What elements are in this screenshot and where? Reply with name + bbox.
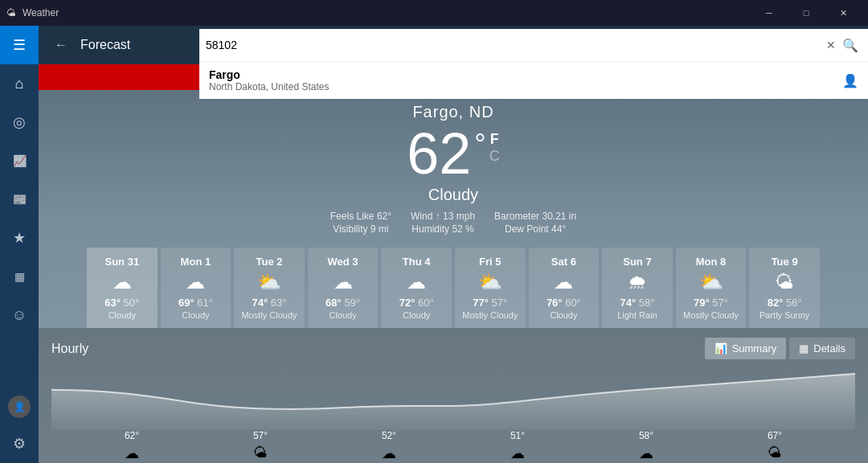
details-label: Details xyxy=(813,342,845,354)
unit-switch[interactable]: F C xyxy=(489,131,500,165)
forecast-day[interactable]: Fri 5 ⛅ 77° 57° Mostly Cloudy xyxy=(455,248,526,328)
sidebar-item-charts[interactable]: 📈 xyxy=(0,141,39,180)
humidity-label: Humidity 52 % xyxy=(411,223,475,235)
hourly-temp: 58° xyxy=(639,430,653,441)
forecast-day[interactable]: Thu 4 ☁ 72° 60° Cloudy xyxy=(381,248,452,328)
forecast-weather-icon: 🌧 xyxy=(608,271,666,293)
sidebar-item-news[interactable]: 📰 xyxy=(0,180,39,219)
forecast-condition: Light Rain xyxy=(608,310,666,320)
search-result-info: Fargo North Dakota, United States xyxy=(209,68,329,92)
search-result-item[interactable]: Fargo North Dakota, United States 👤 xyxy=(199,61,868,99)
forecast-weather-icon: ⛅ xyxy=(240,271,298,293)
forecast-temps: 74° 63° xyxy=(240,297,298,309)
sidebar-item-favorites[interactable]: ★ xyxy=(0,219,39,257)
details-button[interactable]: ▦ Details xyxy=(789,338,855,359)
search-box: ✕ 🔍 xyxy=(199,29,868,61)
avatar[interactable]: 👤 xyxy=(8,395,31,418)
hourly-header: Hourly 📊 Summary ▦ Details xyxy=(51,338,855,359)
weather-details: Feels Like 62° Visibility 9 mi Wind ↑ 13… xyxy=(39,211,868,235)
main-content: ← Forecast ☆ 📌 ••• ✕ 🔍 Fargo North Dakot… xyxy=(39,26,868,463)
forecast-day[interactable]: Sat 6 ☁ 76° 60° Cloudy xyxy=(529,248,600,328)
forecast-day[interactable]: Tue 9 🌤 82° 56° Partly Sunny xyxy=(749,248,820,328)
forecast-day-name: Tue 2 xyxy=(240,256,298,268)
wind-group: Wind ↑ 13 mph Humidity 52 % xyxy=(411,211,475,235)
forecast-condition: Mostly Cloudy xyxy=(682,310,740,320)
unit-f: F xyxy=(489,131,500,148)
forecast-weather-icon: ⛅ xyxy=(682,271,740,293)
settings-icon[interactable]: ⚙ xyxy=(0,424,39,463)
sidebar-item-emoji[interactable]: ☺ xyxy=(0,296,39,334)
forecast-day-name: Mon 1 xyxy=(167,256,225,268)
close-button[interactable]: ✕ xyxy=(825,0,862,26)
forecast-temps: 69° 61° xyxy=(167,297,225,309)
forecast-temps: 72° 60° xyxy=(387,297,445,309)
forecast-day-name: Thu 4 xyxy=(387,256,445,268)
forecast-day-name: Mon 8 xyxy=(682,256,740,268)
hourly-temp: 51° xyxy=(510,430,525,441)
forecast-temps: 63° 50° xyxy=(93,297,151,309)
hourly-weather-icon: ☁ xyxy=(639,445,653,462)
hourly-weather-icon: ☁ xyxy=(382,445,396,462)
temperature-row: 62 ° F C xyxy=(39,125,868,182)
forecast-day-name: Fri 5 xyxy=(461,256,519,268)
forecast-day-name: Wed 3 xyxy=(314,256,372,268)
hourly-title: Hourly xyxy=(51,342,88,356)
summary-chart-icon: 📊 xyxy=(714,342,727,354)
current-weather: Fargo, ND 62 ° F C Cloudy Feels Like 62°… xyxy=(39,90,868,241)
summary-button[interactable]: 📊 Summary xyxy=(705,338,787,359)
titlebar: 🌤 Weather ─ □ ✕ xyxy=(0,0,868,26)
forecast-condition: Mostly Cloudy xyxy=(461,310,519,320)
forecast-day[interactable]: Sun 7 🌧 74° 58° Light Rain xyxy=(602,248,673,328)
hourly-chart xyxy=(51,366,855,430)
forecast-temps: 74° 58° xyxy=(608,297,666,309)
sidebar-item-calendar[interactable]: ▦ xyxy=(0,257,39,296)
app-container: ☰ ⌂ ◎ 📈 📰 ★ ▦ ☺ 👤 ⚙ ← Forecast ☆ 📌 ••• xyxy=(0,26,868,463)
sidebar-menu-button[interactable]: ☰ xyxy=(0,26,39,64)
app-title: Weather xyxy=(23,7,59,18)
forecast-weather-icon: ☁ xyxy=(535,271,593,293)
hourly-section: Hourly 📊 Summary ▦ Details xyxy=(39,328,868,463)
forecast-day[interactable]: Sun 31 ☁ 63° 50° Cloudy xyxy=(87,248,158,328)
forecast-condition: Partly Sunny xyxy=(755,310,813,320)
hourly-weather-icon: 🌤 xyxy=(253,445,268,462)
back-button[interactable]: ← xyxy=(48,32,74,58)
details-grid-icon: ▦ xyxy=(799,342,809,354)
forecast-weather-icon: ☁ xyxy=(387,271,445,293)
weather-background: ⚠ Flood - Warning › Fargo, ND 62 ° F C C… xyxy=(39,64,868,463)
hourly-temp: 52° xyxy=(382,430,396,441)
forecast-day[interactable]: Tue 2 ⛅ 74° 63° Mostly Cloudy xyxy=(234,248,305,328)
app-icon: 🌤 xyxy=(6,7,16,18)
minimize-button[interactable]: ─ xyxy=(751,0,788,26)
result-region: North Dakota, United States xyxy=(209,81,329,92)
forecast-weather-icon: ☁ xyxy=(93,271,151,293)
forecast-condition: Cloudy xyxy=(535,310,593,320)
forecast-weather-icon: 🌤 xyxy=(755,271,813,293)
forecast-day[interactable]: Mon 1 ☁ 69° 61° Cloudy xyxy=(161,248,231,328)
hourly-temp: 62° xyxy=(125,430,139,441)
forecast-day[interactable]: Wed 3 ☁ 68° 59° Cloudy xyxy=(308,248,379,328)
sidebar-item-radar[interactable]: ◎ xyxy=(0,103,39,141)
forecast-day-name: Sun 7 xyxy=(608,256,666,268)
hourly-weather-icon: ☁ xyxy=(510,445,525,462)
forecast-weather-icon: ☁ xyxy=(167,271,225,293)
search-input[interactable] xyxy=(206,39,823,51)
forecast-temps: 82° 56° xyxy=(755,297,813,309)
barometer-label: Barometer 30.21 in xyxy=(494,211,576,222)
search-clear-button[interactable]: ✕ xyxy=(823,35,839,55)
summary-label: Summary xyxy=(732,342,777,354)
menu-icon: ☰ xyxy=(13,36,26,54)
forecast-weather-icon: ⛅ xyxy=(461,271,519,293)
maximize-button[interactable]: □ xyxy=(788,0,825,26)
forecast-condition: Cloudy xyxy=(167,310,225,320)
titlebar-controls: ─ □ ✕ xyxy=(751,0,862,26)
hourly-actions: 📊 Summary ▦ Details xyxy=(705,338,855,359)
hourly-weather-icon: 🌤 xyxy=(768,445,782,462)
search-go-button[interactable]: 🔍 xyxy=(839,35,862,56)
sidebar-item-home[interactable]: ⌂ xyxy=(0,64,39,103)
sidebar-bottom: 👤 ⚙ xyxy=(0,389,39,463)
result-person-icon: 👤 xyxy=(842,73,858,88)
forecast-day[interactable]: Mon 8 ⛅ 79° 57° Mostly Cloudy xyxy=(676,248,747,328)
feels-like-label: Feels Like 62° xyxy=(330,211,391,222)
unit-c: C xyxy=(489,148,500,165)
temperature-value: 62 xyxy=(407,125,471,182)
